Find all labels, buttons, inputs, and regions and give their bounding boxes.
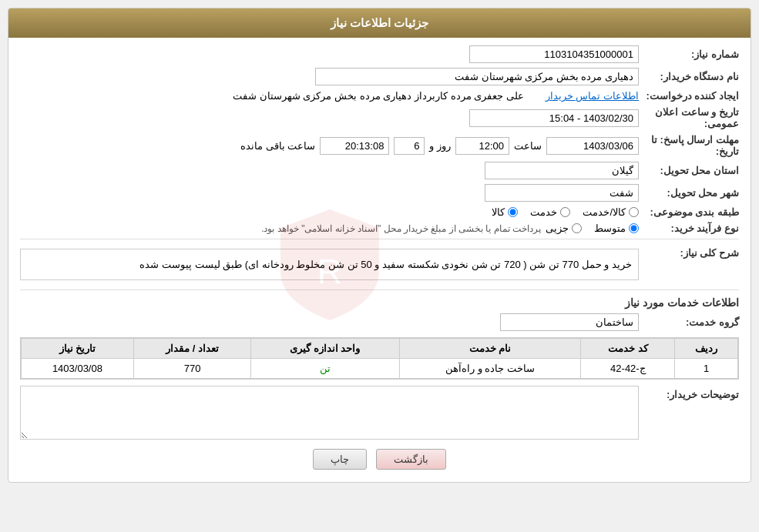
process-option-partial: جزیی (546, 223, 569, 234)
reply-date-input[interactable] (546, 137, 639, 155)
reply-deadline-label: مهلت ارسال پاسخ: تا تاریخ: (639, 134, 739, 157)
reply-time-label: ساعت (514, 140, 542, 152)
col-qty: تعداد / مقدار (133, 339, 250, 359)
services-table: ردیف کد خدمت نام خدمت واحد اندازه گیری ت… (21, 338, 738, 379)
cell-unit: تن (251, 359, 399, 379)
remarks-label: توضیحات خریدار: (639, 386, 739, 400)
reply-day-label: روز و (429, 140, 451, 152)
reply-day-input[interactable] (394, 137, 425, 155)
need-number-label: شماره نیاز: (639, 49, 739, 60)
col-row-num: ردیف (675, 339, 738, 359)
category-radio-service[interactable]: خدمت (530, 206, 570, 218)
services-section-title: اطلاعات خدمات مورد نیاز (20, 296, 739, 309)
cell-qty: 770 (133, 359, 250, 379)
category-option-3: کالا/خدمت (583, 206, 626, 218)
process-note: پرداخت تمام یا بخشی از مبلغ خریدار محل "… (261, 223, 541, 234)
category-radio-goods[interactable]: کالا (492, 206, 518, 218)
process-radio-partial[interactable]: جزیی (546, 223, 582, 234)
buyer-org-label: نام دستگاه خریدار: (639, 71, 739, 82)
category-radio-goods-services[interactable]: کالا/خدمت (583, 206, 639, 218)
service-group-input[interactable] (500, 313, 639, 331)
province-label: استان محل تحویل: (639, 165, 739, 176)
page-title: جزئیات اطلاعات نیاز (331, 16, 428, 29)
process-radio-medium[interactable]: متوسط (594, 223, 639, 234)
need-desc-box: R خرید و حمل 770 تن شن ( 720 تن شن نخودی… (20, 249, 639, 280)
process-option-medium: متوسط (594, 223, 626, 234)
col-service-code: کد خدمت (581, 339, 675, 359)
svg-text:R: R (317, 252, 341, 290)
buttons-row: بازگشت چاپ (20, 449, 739, 470)
category-option-2: خدمت (530, 206, 557, 218)
process-label: نوع فرآیند خرید: (639, 223, 739, 234)
table-row: 1 ج-42-42 ساخت جاده و راه‌آهن تن 770 140… (22, 359, 738, 379)
cell-row-num: 1 (675, 359, 738, 379)
service-group-label: گروه خدمت: (639, 316, 739, 328)
date-announce-input[interactable] (469, 109, 639, 127)
need-desc-label: شرح کلی نیاز: (639, 244, 739, 259)
services-table-container: ردیف کد خدمت نام خدمت واحد اندازه گیری ت… (20, 337, 739, 380)
col-service-name: نام خدمت (399, 339, 581, 359)
need-desc-text: خرید و حمل 770 تن شن ( 720 تن شن نخودی ش… (139, 259, 632, 270)
remarks-textarea[interactable] (20, 386, 639, 440)
col-unit: واحد اندازه گیری (251, 339, 399, 359)
print-button[interactable]: چاپ (313, 449, 367, 470)
requester-value: علی جعفری مرده کاربرداز دهیاری مرده بخش … (233, 90, 524, 102)
requester-link[interactable]: اطلاعات تماس خریدار (546, 90, 639, 102)
cell-service-name: ساخت جاده و راه‌آهن (399, 359, 581, 379)
reply-time-input[interactable] (455, 137, 509, 155)
reply-remaining-input[interactable] (320, 137, 389, 155)
requester-label: ایجاد کننده درخواست: (639, 90, 739, 102)
need-number-input[interactable] (469, 45, 639, 63)
cell-need-date: 1403/03/08 (22, 359, 134, 379)
city-label: شهر محل تحویل: (639, 187, 739, 199)
page-header: جزئیات اطلاعات نیاز (8, 8, 751, 38)
buyer-org-input[interactable] (315, 68, 639, 85)
category-option-1: کالا (492, 206, 505, 218)
back-button[interactable]: بازگشت (376, 449, 446, 470)
col-need-date: تاریخ نیاز (22, 339, 134, 359)
date-announce-label: تاریخ و ساعت اعلان عمومی: (639, 106, 739, 129)
cell-service-code: ج-42-42 (581, 359, 675, 379)
reply-remaining-label: ساعت باقی مانده (240, 140, 315, 152)
category-label: طبقه بندی موضوعی: (639, 206, 739, 218)
city-input[interactable] (485, 184, 639, 202)
province-input[interactable] (485, 162, 639, 179)
